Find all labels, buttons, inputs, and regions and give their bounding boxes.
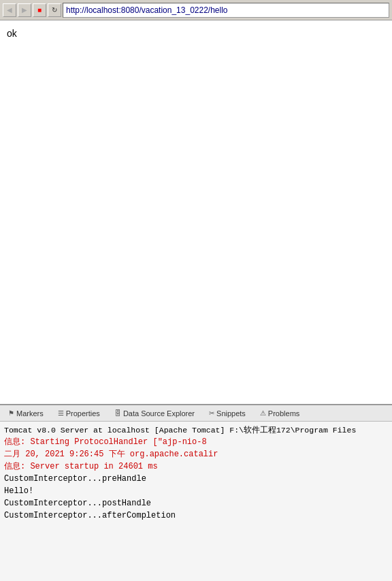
tab-datasource-label: Data Source Explorer [123, 409, 195, 418]
refresh-button[interactable]: ↻ [48, 3, 61, 17]
browser-toolbar: ◀ ▶ ■ ↻ [0, 0, 392, 20]
console-line-7: CustomInterceptor...afterCompletion [4, 509, 388, 522]
tab-problems[interactable]: ⚠ Problems [255, 405, 306, 421]
snippets-icon: ✂ [209, 409, 214, 417]
forward-button[interactable]: ▶ [18, 3, 31, 17]
console-line-2: 二月 20, 2021 9:26:45 下午 org.apache.catali… [4, 448, 388, 460]
tab-markers[interactable]: ⚑ Markers [3, 405, 50, 421]
markers-icon: ⚑ [8, 409, 14, 417]
tab-properties-label: Properties [66, 409, 100, 418]
bottom-panel: ⚑ Markers ☰ Properties 🗄 Data Source Exp… [0, 404, 392, 581]
console-line-1: 信息: Starting ProtocolHandler ["ajp-nio-8 [4, 436, 388, 448]
tab-problems-label: Problems [268, 409, 299, 418]
tab-properties[interactable]: ☰ Properties [52, 405, 106, 421]
tabs-bar: ⚑ Markers ☰ Properties 🗄 Data Source Exp… [0, 405, 392, 422]
address-bar[interactable] [63, 3, 389, 18]
console-server-line: Tomcat v8.0 Server at localhost [Apache … [4, 424, 388, 436]
page-content: ok [7, 28, 17, 39]
console-line-6: CustomInterceptor...postHandle [4, 497, 388, 509]
properties-icon: ☰ [58, 409, 64, 417]
browser-content: ok [0, 20, 392, 404]
console-line-3: 信息: Server startup in 24601 ms [4, 460, 388, 473]
problems-icon: ⚠ [260, 409, 266, 417]
tab-snippets[interactable]: ✂ Snippets [203, 405, 252, 421]
tab-datasource[interactable]: 🗄 Data Source Explorer [109, 405, 201, 421]
stop-button[interactable]: ■ [33, 3, 46, 17]
datasource-icon: 🗄 [114, 409, 121, 417]
tab-snippets-label: Snippets [216, 409, 246, 418]
console-line-4: CustomInterceptor...preHandle [4, 473, 388, 485]
back-button[interactable]: ◀ [3, 3, 16, 17]
tab-markers-label: Markers [16, 409, 44, 418]
console-output: Tomcat v8.0 Server at localhost [Apache … [0, 422, 392, 581]
console-line-5: Hello! [4, 485, 388, 497]
